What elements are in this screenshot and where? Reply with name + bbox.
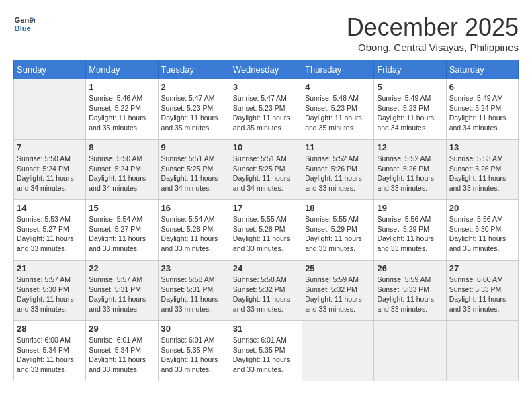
calendar-cell: 15Sunrise: 5:54 AM Sunset: 5:27 PM Dayli… bbox=[86, 200, 158, 261]
calendar-cell: 21Sunrise: 5:57 AM Sunset: 5:30 PM Dayli… bbox=[14, 261, 86, 321]
day-number: 4 bbox=[305, 82, 371, 92]
day-number: 29 bbox=[89, 324, 154, 334]
day-number: 18 bbox=[305, 203, 371, 213]
calendar-cell: 6Sunrise: 5:49 AM Sunset: 5:24 PM Daylig… bbox=[446, 79, 518, 140]
day-info: Sunrise: 5:49 AM Sunset: 5:23 PM Dayligh… bbox=[377, 93, 443, 133]
day-info: Sunrise: 5:47 AM Sunset: 5:23 PM Dayligh… bbox=[161, 93, 227, 133]
calendar-cell: 1Sunrise: 5:46 AM Sunset: 5:22 PM Daylig… bbox=[86, 79, 158, 140]
calendar-cell: 23Sunrise: 5:58 AM Sunset: 5:31 PM Dayli… bbox=[158, 261, 230, 321]
day-number: 14 bbox=[17, 203, 83, 213]
day-number: 5 bbox=[377, 82, 443, 92]
calendar-cell: 5Sunrise: 5:49 AM Sunset: 5:23 PM Daylig… bbox=[374, 79, 446, 140]
weekday-header-monday: Monday bbox=[86, 60, 158, 79]
day-info: Sunrise: 5:57 AM Sunset: 5:31 PM Dayligh… bbox=[89, 275, 154, 314]
location: Obong, Central Visayas, Philippines bbox=[347, 42, 519, 53]
day-info: Sunrise: 5:54 AM Sunset: 5:27 PM Dayligh… bbox=[89, 214, 154, 254]
day-info: Sunrise: 5:59 AM Sunset: 5:33 PM Dayligh… bbox=[377, 275, 443, 314]
calendar-cell: 19Sunrise: 5:56 AM Sunset: 5:29 PM Dayli… bbox=[374, 200, 446, 261]
day-info: Sunrise: 6:01 AM Sunset: 5:35 PM Dayligh… bbox=[161, 335, 227, 375]
weekday-header-sunday: Sunday bbox=[14, 60, 86, 79]
day-number: 20 bbox=[449, 203, 515, 213]
week-row-4: 21Sunrise: 5:57 AM Sunset: 5:30 PM Dayli… bbox=[14, 261, 519, 321]
calendar-cell: 25Sunrise: 5:59 AM Sunset: 5:32 PM Dayli… bbox=[302, 261, 374, 321]
day-number: 10 bbox=[233, 142, 299, 152]
calendar-cell bbox=[374, 321, 446, 381]
day-number: 12 bbox=[377, 142, 443, 152]
day-info: Sunrise: 5:58 AM Sunset: 5:31 PM Dayligh… bbox=[161, 275, 227, 314]
calendar-cell bbox=[446, 321, 518, 381]
day-info: Sunrise: 5:46 AM Sunset: 5:22 PM Dayligh… bbox=[89, 93, 154, 133]
day-info: Sunrise: 5:56 AM Sunset: 5:30 PM Dayligh… bbox=[449, 214, 515, 254]
day-info: Sunrise: 5:48 AM Sunset: 5:23 PM Dayligh… bbox=[305, 93, 371, 133]
day-number: 22 bbox=[89, 263, 154, 273]
calendar-cell: 30Sunrise: 6:01 AM Sunset: 5:35 PM Dayli… bbox=[158, 321, 230, 381]
day-info: Sunrise: 5:57 AM Sunset: 5:30 PM Dayligh… bbox=[17, 275, 83, 314]
day-info: Sunrise: 5:50 AM Sunset: 5:24 PM Dayligh… bbox=[89, 154, 154, 193]
day-info: Sunrise: 5:50 AM Sunset: 5:24 PM Dayligh… bbox=[17, 154, 83, 193]
week-row-2: 7Sunrise: 5:50 AM Sunset: 5:24 PM Daylig… bbox=[14, 140, 519, 200]
calendar-cell: 9Sunrise: 5:51 AM Sunset: 5:25 PM Daylig… bbox=[158, 140, 230, 200]
day-number: 2 bbox=[161, 82, 227, 92]
weekday-header-tuesday: Tuesday bbox=[158, 60, 230, 79]
day-number: 6 bbox=[449, 82, 515, 92]
day-number: 21 bbox=[17, 263, 83, 273]
day-info: Sunrise: 5:58 AM Sunset: 5:32 PM Dayligh… bbox=[233, 275, 299, 314]
day-number: 11 bbox=[305, 142, 371, 152]
day-number: 25 bbox=[305, 263, 371, 273]
day-info: Sunrise: 6:00 AM Sunset: 5:34 PM Dayligh… bbox=[17, 335, 83, 375]
calendar-cell: 17Sunrise: 5:55 AM Sunset: 5:28 PM Dayli… bbox=[230, 200, 302, 261]
week-row-1: 1Sunrise: 5:46 AM Sunset: 5:22 PM Daylig… bbox=[14, 79, 519, 140]
day-number: 1 bbox=[89, 82, 154, 92]
day-number: 17 bbox=[233, 203, 299, 213]
day-info: Sunrise: 5:53 AM Sunset: 5:27 PM Dayligh… bbox=[17, 214, 83, 254]
week-row-3: 14Sunrise: 5:53 AM Sunset: 5:27 PM Dayli… bbox=[14, 200, 519, 261]
day-info: Sunrise: 5:56 AM Sunset: 5:29 PM Dayligh… bbox=[377, 214, 443, 254]
calendar-cell: 10Sunrise: 5:51 AM Sunset: 5:25 PM Dayli… bbox=[230, 140, 302, 200]
calendar-cell: 22Sunrise: 5:57 AM Sunset: 5:31 PM Dayli… bbox=[86, 261, 158, 321]
svg-text:General: General bbox=[15, 16, 35, 24]
calendar-cell: 4Sunrise: 5:48 AM Sunset: 5:23 PM Daylig… bbox=[302, 79, 374, 140]
day-info: Sunrise: 5:52 AM Sunset: 5:26 PM Dayligh… bbox=[305, 154, 371, 193]
day-number: 28 bbox=[17, 324, 83, 334]
day-info: Sunrise: 5:51 AM Sunset: 5:25 PM Dayligh… bbox=[161, 154, 227, 193]
day-number: 27 bbox=[449, 263, 515, 273]
day-number: 3 bbox=[233, 82, 299, 92]
day-info: Sunrise: 5:51 AM Sunset: 5:25 PM Dayligh… bbox=[233, 154, 299, 193]
weekday-header-thursday: Thursday bbox=[302, 60, 374, 79]
calendar-cell: 11Sunrise: 5:52 AM Sunset: 5:26 PM Dayli… bbox=[302, 140, 374, 200]
calendar-cell: 7Sunrise: 5:50 AM Sunset: 5:24 PM Daylig… bbox=[14, 140, 86, 200]
calendar-cell: 31Sunrise: 6:01 AM Sunset: 5:35 PM Dayli… bbox=[230, 321, 302, 381]
day-info: Sunrise: 5:49 AM Sunset: 5:24 PM Dayligh… bbox=[449, 93, 515, 133]
calendar-cell: 29Sunrise: 6:01 AM Sunset: 5:34 PM Dayli… bbox=[86, 321, 158, 381]
calendar-cell: 18Sunrise: 5:55 AM Sunset: 5:29 PM Dayli… bbox=[302, 200, 374, 261]
weekday-header-wednesday: Wednesday bbox=[230, 60, 302, 79]
calendar-cell: 2Sunrise: 5:47 AM Sunset: 5:23 PM Daylig… bbox=[158, 79, 230, 140]
day-info: Sunrise: 6:01 AM Sunset: 5:34 PM Dayligh… bbox=[89, 335, 154, 375]
svg-text:Blue: Blue bbox=[15, 24, 31, 32]
day-info: Sunrise: 5:55 AM Sunset: 5:29 PM Dayligh… bbox=[305, 214, 371, 254]
day-number: 16 bbox=[161, 203, 227, 213]
day-number: 23 bbox=[161, 263, 227, 273]
calendar-cell bbox=[14, 79, 86, 140]
calendar: SundayMondayTuesdayWednesdayThursdayFrid… bbox=[13, 60, 519, 381]
weekday-header-row: SundayMondayTuesdayWednesdayThursdayFrid… bbox=[14, 60, 519, 79]
week-row-5: 28Sunrise: 6:00 AM Sunset: 5:34 PM Dayli… bbox=[14, 321, 519, 381]
day-number: 8 bbox=[89, 142, 154, 152]
calendar-cell bbox=[302, 321, 374, 381]
calendar-cell: 24Sunrise: 5:58 AM Sunset: 5:32 PM Dayli… bbox=[230, 261, 302, 321]
calendar-cell: 20Sunrise: 5:56 AM Sunset: 5:30 PM Dayli… bbox=[446, 200, 518, 261]
day-number: 31 bbox=[233, 324, 299, 334]
day-info: Sunrise: 5:53 AM Sunset: 5:26 PM Dayligh… bbox=[449, 154, 515, 193]
day-number: 30 bbox=[161, 324, 227, 334]
weekday-header-friday: Friday bbox=[374, 60, 446, 79]
calendar-cell: 27Sunrise: 6:00 AM Sunset: 5:33 PM Dayli… bbox=[446, 261, 518, 321]
logo: General Blue bbox=[13, 13, 35, 35]
day-number: 9 bbox=[161, 142, 227, 152]
header-section: General Blue December 2025 Obong, Centra… bbox=[13, 13, 519, 53]
day-number: 15 bbox=[89, 203, 154, 213]
day-info: Sunrise: 5:47 AM Sunset: 5:23 PM Dayligh… bbox=[233, 93, 299, 133]
day-info: Sunrise: 5:59 AM Sunset: 5:32 PM Dayligh… bbox=[305, 275, 371, 314]
calendar-cell: 3Sunrise: 5:47 AM Sunset: 5:23 PM Daylig… bbox=[230, 79, 302, 140]
calendar-cell: 12Sunrise: 5:52 AM Sunset: 5:26 PM Dayli… bbox=[374, 140, 446, 200]
weekday-header-saturday: Saturday bbox=[446, 60, 518, 79]
